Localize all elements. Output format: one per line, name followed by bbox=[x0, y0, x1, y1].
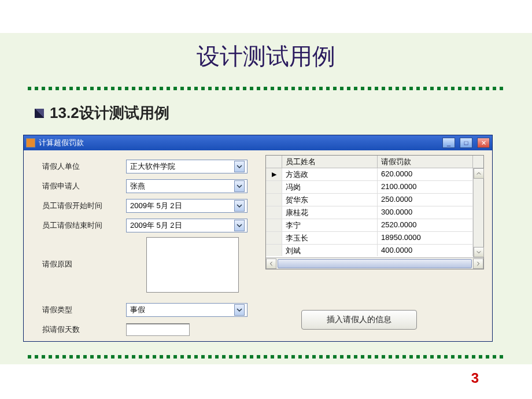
table-row[interactable]: 刘斌400.0000 bbox=[266, 245, 483, 256]
cell-fine[interactable]: 18950.0000 bbox=[378, 232, 473, 244]
cell-name[interactable]: 冯岗 bbox=[282, 181, 378, 193]
page-number: 3 bbox=[471, 370, 479, 386]
scroll-left-icon[interactable] bbox=[266, 258, 276, 269]
table-row[interactable]: 康桂花300.0000 bbox=[266, 206, 483, 219]
row-unit: 请假人单位 正大软件学院 bbox=[42, 158, 262, 175]
row-type: 请假类型 事假 bbox=[42, 302, 262, 318]
app-icon bbox=[26, 138, 35, 147]
cell-fine[interactable]: 300.0000 bbox=[378, 206, 473, 219]
cell-fine[interactable]: 620.0000 bbox=[378, 168, 473, 180]
combo-applicant-value: 张燕 bbox=[130, 181, 145, 191]
bullet-icon bbox=[35, 109, 44, 118]
label-applicant: 请假申请人 bbox=[42, 181, 126, 191]
bottom-margin bbox=[0, 364, 532, 399]
divider-top bbox=[28, 87, 504, 90]
row-end: 员工请假结束时间 2009年 5月 2日 bbox=[42, 217, 262, 234]
cell-fine[interactable]: 400.0000 bbox=[378, 245, 473, 256]
table-row[interactable]: 贺华东250.0000 bbox=[266, 194, 483, 206]
grid-corner bbox=[266, 156, 282, 168]
label-type: 请假类型 bbox=[42, 305, 126, 315]
slide-subtitle: 13.2设计测试用例 bbox=[35, 103, 169, 123]
row-selector[interactable] bbox=[266, 181, 282, 193]
chevron-down-icon bbox=[234, 161, 245, 172]
row-selector[interactable]: ▶ bbox=[266, 168, 282, 180]
window-client: 请假人单位 正大软件学院 请假申请人 张燕 员工请假开始时间 2009年 5月 … bbox=[24, 150, 492, 341]
label-end: 员工请假结束时间 bbox=[42, 220, 126, 231]
row-start: 员工请假开始时间 2009年 5月 2日 bbox=[42, 198, 262, 214]
table-row[interactable]: ▶方选政620.0000 bbox=[266, 168, 483, 181]
top-margin bbox=[0, 0, 532, 33]
table-row[interactable]: 李玉长18950.0000 bbox=[266, 232, 483, 245]
titlebar[interactable]: 计算超假罚款 _ □ ✕ bbox=[24, 135, 492, 150]
chevron-down-icon bbox=[234, 200, 245, 212]
scroll-up-icon[interactable] bbox=[474, 168, 484, 179]
label-days: 拟请假天数 bbox=[42, 324, 126, 335]
divider-bottom bbox=[28, 355, 504, 359]
row-selector[interactable] bbox=[266, 206, 282, 219]
label-unit: 请假人单位 bbox=[42, 161, 126, 172]
combo-applicant[interactable]: 张燕 bbox=[126, 179, 247, 193]
cell-name[interactable]: 李玉长 bbox=[282, 232, 378, 244]
cell-fine[interactable]: 2100.0000 bbox=[378, 181, 473, 193]
label-reason: 请假原因 bbox=[42, 237, 112, 269]
subtitle-text: 13.2设计测试用例 bbox=[50, 103, 169, 123]
cell-name[interactable]: 康桂花 bbox=[282, 206, 378, 219]
scroll-thumb[interactable] bbox=[278, 259, 472, 268]
row-days: 拟请假天数 bbox=[42, 322, 262, 338]
input-days[interactable] bbox=[126, 323, 190, 336]
cell-name[interactable]: 方选政 bbox=[282, 168, 378, 180]
scroll-down-icon[interactable] bbox=[474, 247, 484, 257]
row-selector[interactable] bbox=[266, 245, 282, 256]
col-name[interactable]: 员工姓名 bbox=[282, 156, 378, 168]
grid-header: 员工姓名 请假罚款 bbox=[266, 156, 483, 168]
col-fine[interactable]: 请假罚款 bbox=[378, 156, 473, 168]
date-start[interactable]: 2009年 5月 2日 bbox=[126, 199, 247, 213]
cell-name[interactable]: 贺华东 bbox=[282, 194, 378, 206]
minimize-button[interactable]: _ bbox=[442, 138, 455, 148]
row-selector[interactable] bbox=[266, 194, 282, 206]
row-applicant: 请假申请人 张燕 bbox=[42, 178, 262, 194]
textarea-reason[interactable] bbox=[146, 237, 239, 293]
scrollbar-horizontal[interactable] bbox=[266, 257, 483, 269]
maximize-button[interactable]: □ bbox=[460, 138, 472, 148]
row-reason: 请假原因 bbox=[42, 237, 262, 293]
form-left: 请假人单位 正大软件学院 请假申请人 张燕 员工请假开始时间 2009年 5月 … bbox=[42, 158, 262, 341]
table-row[interactable]: 冯岗2100.0000 bbox=[266, 181, 483, 194]
date-end-value: 2009年 5月 2日 bbox=[130, 220, 182, 231]
row-selector[interactable] bbox=[266, 232, 282, 244]
app-window: 计算超假罚款 _ □ ✕ 请假人单位 正大软件学院 请假申请人 张燕 员工请假 bbox=[23, 135, 493, 342]
chevron-down-icon bbox=[234, 220, 245, 231]
combo-type[interactable]: 事假 bbox=[126, 303, 247, 317]
close-button[interactable]: ✕ bbox=[477, 138, 490, 148]
employee-grid[interactable]: 员工姓名 请假罚款 ▶方选政620.0000冯岗2100.0000贺华东250.… bbox=[265, 155, 484, 269]
combo-type-value: 事假 bbox=[130, 305, 145, 315]
combo-unit-value: 正大软件学院 bbox=[130, 161, 175, 172]
label-start: 员工请假开始时间 bbox=[42, 201, 126, 211]
insert-button[interactable]: 插入请假人的信息 bbox=[301, 310, 417, 330]
grid-body: ▶方选政620.0000冯岗2100.0000贺华东250.0000康桂花300… bbox=[266, 168, 483, 256]
date-start-value: 2009年 5月 2日 bbox=[130, 201, 182, 211]
scroll-right-icon[interactable] bbox=[473, 258, 483, 269]
header-scroll-gap bbox=[473, 156, 483, 168]
chevron-down-icon bbox=[234, 180, 245, 192]
cell-name[interactable]: 李宁 bbox=[282, 219, 378, 231]
table-row[interactable]: 李宁2520.0000 bbox=[266, 219, 483, 232]
slide-title: 设计测试用例 bbox=[0, 40, 532, 72]
insert-button-label: 插入请假人的信息 bbox=[327, 315, 391, 325]
row-selector[interactable] bbox=[266, 219, 282, 231]
combo-unit[interactable]: 正大软件学院 bbox=[126, 160, 247, 173]
cell-name[interactable]: 刘斌 bbox=[282, 245, 378, 256]
cell-fine[interactable]: 250.0000 bbox=[378, 194, 473, 206]
scrollbar-vertical[interactable] bbox=[473, 168, 483, 257]
chevron-down-icon bbox=[234, 304, 245, 316]
date-end[interactable]: 2009年 5月 2日 bbox=[126, 219, 247, 232]
cell-fine[interactable]: 2520.0000 bbox=[378, 219, 473, 231]
window-title: 计算超假罚款 bbox=[39, 138, 438, 148]
